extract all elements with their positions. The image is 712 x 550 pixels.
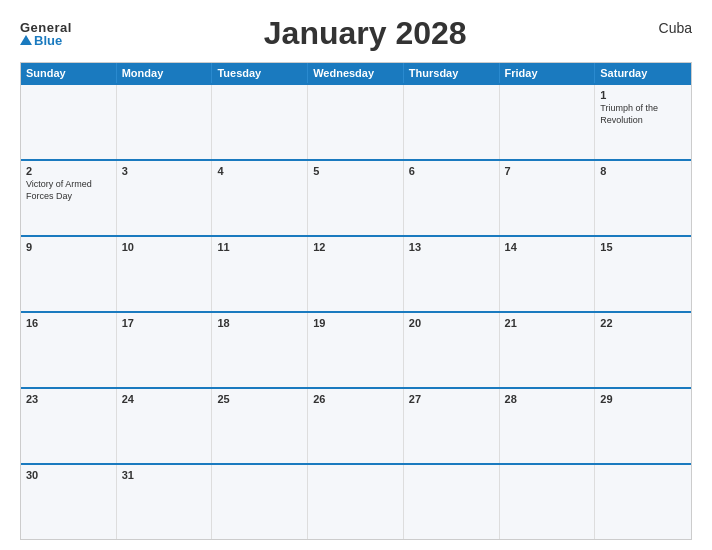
week-row-2: 2Victory of Armed Forces Day345678	[21, 159, 691, 235]
weekday-header-wednesday: Wednesday	[308, 63, 404, 83]
cal-cell: 12	[308, 237, 404, 311]
header: General Blue January 2028 Cuba	[20, 15, 692, 52]
day-number: 8	[600, 165, 686, 177]
cal-cell: 4	[212, 161, 308, 235]
day-number: 17	[122, 317, 207, 329]
week-row-1: 1Triumph of the Revolution	[21, 83, 691, 159]
week-row-4: 16171819202122	[21, 311, 691, 387]
cal-cell	[595, 465, 691, 539]
day-number: 9	[26, 241, 111, 253]
weekday-header-monday: Monday	[117, 63, 213, 83]
cal-cell	[117, 85, 213, 159]
day-number: 29	[600, 393, 686, 405]
cal-cell	[404, 465, 500, 539]
weekday-header-saturday: Saturday	[595, 63, 691, 83]
cal-cell: 2Victory of Armed Forces Day	[21, 161, 117, 235]
cal-cell: 16	[21, 313, 117, 387]
day-number: 30	[26, 469, 111, 481]
cal-cell	[212, 85, 308, 159]
day-number: 3	[122, 165, 207, 177]
day-number: 31	[122, 469, 207, 481]
day-number: 2	[26, 165, 111, 177]
week-row-5: 23242526272829	[21, 387, 691, 463]
calendar-body: 1Triumph of the Revolution2Victory of Ar…	[21, 83, 691, 539]
day-number: 13	[409, 241, 494, 253]
cal-cell: 8	[595, 161, 691, 235]
day-number: 21	[505, 317, 590, 329]
cal-cell	[500, 465, 596, 539]
week-row-6: 3031	[21, 463, 691, 539]
week-row-3: 9101112131415	[21, 235, 691, 311]
cal-cell: 3	[117, 161, 213, 235]
cal-cell: 13	[404, 237, 500, 311]
day-number: 18	[217, 317, 302, 329]
day-number: 7	[505, 165, 590, 177]
cal-cell: 17	[117, 313, 213, 387]
cal-cell	[500, 85, 596, 159]
day-number: 5	[313, 165, 398, 177]
cal-cell	[308, 85, 404, 159]
day-number: 25	[217, 393, 302, 405]
day-number: 27	[409, 393, 494, 405]
event-label: Triumph of the Revolution	[600, 103, 686, 126]
day-number: 22	[600, 317, 686, 329]
cal-cell: 1Triumph of the Revolution	[595, 85, 691, 159]
day-number: 24	[122, 393, 207, 405]
cal-cell: 23	[21, 389, 117, 463]
day-number: 14	[505, 241, 590, 253]
day-number: 1	[600, 89, 686, 101]
cal-cell: 10	[117, 237, 213, 311]
cal-cell: 20	[404, 313, 500, 387]
cal-cell	[212, 465, 308, 539]
cal-cell: 9	[21, 237, 117, 311]
cal-cell: 14	[500, 237, 596, 311]
cal-cell	[308, 465, 404, 539]
cal-cell: 27	[404, 389, 500, 463]
cal-cell: 11	[212, 237, 308, 311]
day-number: 11	[217, 241, 302, 253]
cal-cell: 22	[595, 313, 691, 387]
day-number: 23	[26, 393, 111, 405]
weekday-header-thursday: Thursday	[404, 63, 500, 83]
cal-cell: 18	[212, 313, 308, 387]
calendar-title: January 2028	[72, 15, 659, 52]
day-number: 4	[217, 165, 302, 177]
cal-cell: 30	[21, 465, 117, 539]
logo-general-text: General	[20, 21, 72, 34]
cal-cell: 15	[595, 237, 691, 311]
day-number: 16	[26, 317, 111, 329]
calendar-header-row: SundayMondayTuesdayWednesdayThursdayFrid…	[21, 63, 691, 83]
day-number: 19	[313, 317, 398, 329]
logo: General Blue	[20, 21, 72, 47]
event-label: Victory of Armed Forces Day	[26, 179, 111, 202]
day-number: 15	[600, 241, 686, 253]
cal-cell	[21, 85, 117, 159]
cal-cell: 26	[308, 389, 404, 463]
cal-cell: 24	[117, 389, 213, 463]
cal-cell: 31	[117, 465, 213, 539]
weekday-header-tuesday: Tuesday	[212, 63, 308, 83]
day-number: 6	[409, 165, 494, 177]
day-number: 10	[122, 241, 207, 253]
logo-triangle-icon	[20, 35, 32, 45]
country-label: Cuba	[659, 20, 692, 36]
day-number: 12	[313, 241, 398, 253]
cal-cell	[404, 85, 500, 159]
cal-cell: 25	[212, 389, 308, 463]
page: General Blue January 2028 Cuba SundayMon…	[0, 0, 712, 550]
day-number: 20	[409, 317, 494, 329]
weekday-header-friday: Friday	[500, 63, 596, 83]
calendar: SundayMondayTuesdayWednesdayThursdayFrid…	[20, 62, 692, 540]
cal-cell: 7	[500, 161, 596, 235]
cal-cell: 6	[404, 161, 500, 235]
logo-blue-text: Blue	[20, 34, 72, 47]
cal-cell: 29	[595, 389, 691, 463]
day-number: 26	[313, 393, 398, 405]
logo-blue-label: Blue	[34, 34, 62, 47]
cal-cell: 21	[500, 313, 596, 387]
cal-cell: 5	[308, 161, 404, 235]
cal-cell: 19	[308, 313, 404, 387]
cal-cell: 28	[500, 389, 596, 463]
weekday-header-sunday: Sunday	[21, 63, 117, 83]
day-number: 28	[505, 393, 590, 405]
